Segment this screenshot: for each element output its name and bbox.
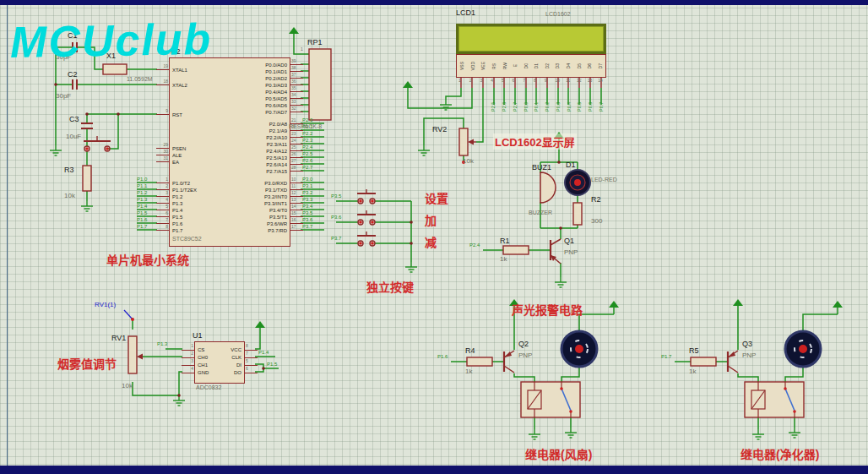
pin-stub xyxy=(156,84,169,85)
pin-name: P1.0/T2 xyxy=(172,181,190,186)
netcol-p3: P3.0P3.1P3.2P3.3P3.4P3.5P3.6P3.7 xyxy=(302,176,328,230)
pin-row: 14P3.4/T0 xyxy=(231,207,290,214)
pin-name: P3.6/WR xyxy=(267,221,287,226)
mcu-ctrl-pins: 29PSEN30ALE31EA xyxy=(170,145,229,166)
pin-name: CH1 xyxy=(198,362,208,368)
lcd-pin-labels[interactable]: VSSVDDVEERSRWED0D1D2D3D4D5D6D7 xyxy=(456,54,606,78)
pin-name: P2.5/A13 xyxy=(266,155,287,161)
pin-name: PSEN xyxy=(172,146,186,151)
pin-name: P2.7/A15 xyxy=(266,169,287,174)
pin-number: 4 xyxy=(155,197,168,202)
capacitor-c3-symbol[interactable] xyxy=(81,123,93,128)
pin-row: 36P0.3/AD3 xyxy=(231,82,290,89)
mcu-p2-pins: 21P2.0/A822P2.1/A923P2.2/A1024P2.3/A1125… xyxy=(231,121,290,175)
buz1-ref: BUZ1 xyxy=(532,163,551,172)
potentiometer-rv2-symbol[interactable] xyxy=(459,128,476,155)
mcu-title: 单片机最小系统 xyxy=(106,251,189,268)
pin-number: 2 xyxy=(181,351,193,356)
voltage-probe[interactable] xyxy=(124,310,133,319)
lcd-part: LCD1602 xyxy=(545,11,571,17)
resistor-r1-symbol[interactable] xyxy=(503,246,529,254)
lcd-ref: LCD1 xyxy=(456,8,475,17)
lcd-pin-name: VDD xyxy=(468,55,479,77)
pin-number: 35 xyxy=(291,85,304,90)
lcd-pin-name: VSS xyxy=(457,55,468,77)
net-label: P1.1 xyxy=(137,183,157,189)
led-d1-symbol[interactable] xyxy=(565,170,590,195)
lcd-pin-name: D2 xyxy=(542,55,553,77)
net-label: P1.4 xyxy=(137,203,157,210)
r1-value: 1k xyxy=(500,255,507,263)
net-label: P0.1 xyxy=(531,90,542,112)
net-label: P2.0 xyxy=(302,117,328,123)
pin-name: RST xyxy=(172,112,182,117)
rv2-ref: RV2 xyxy=(432,125,447,133)
pin-row: 5P1.4 xyxy=(170,207,229,214)
q2-ref: Q2 xyxy=(518,340,529,348)
pin-name: P3.4/T0 xyxy=(269,208,287,213)
pin-row: 8VCC xyxy=(219,346,244,354)
r3-value: 10k xyxy=(64,192,75,199)
capacitor-c2-symbol[interactable] xyxy=(73,79,77,90)
pin-name: P2.1/A9 xyxy=(269,128,287,133)
buz1-part: BUZZER xyxy=(529,210,552,215)
c2-value: 30pF xyxy=(56,92,71,100)
resistor-r4-symbol[interactable] xyxy=(467,357,492,366)
transistor-q2-symbol[interactable] xyxy=(504,351,514,373)
push-buttons-symbols[interactable] xyxy=(357,189,376,246)
pin-name: P0.3/AD3 xyxy=(265,83,287,88)
net-label: P0.2 xyxy=(542,90,553,112)
buzzer-symbol[interactable] xyxy=(540,172,556,203)
pin-name: P0.2/AD2 xyxy=(265,76,287,81)
resistor-r3-symbol[interactable] xyxy=(83,166,91,191)
pin-stub xyxy=(290,230,303,231)
respack-rp1-symbol[interactable] xyxy=(309,49,331,120)
r3-ref: R3 xyxy=(64,166,74,174)
pin-name: GND xyxy=(198,370,209,375)
resistor-r2-symbol[interactable] xyxy=(573,203,582,225)
lcd-pin-name: VEE xyxy=(478,55,489,77)
pin-row: 12P3.2/INT0 xyxy=(231,193,290,200)
pin-name: P1.3 xyxy=(172,201,182,206)
transistor-q1-symbol[interactable] xyxy=(551,239,561,264)
pin-name: ALE xyxy=(172,153,182,158)
net-label: P2.2 xyxy=(302,130,328,137)
pin-stub xyxy=(156,230,169,231)
pin-row: 27P2.6/A14 xyxy=(231,161,290,168)
rv2-value: 10k xyxy=(463,157,474,165)
pin-number: 8 xyxy=(246,343,258,348)
pin-row: 32P0.7/AD7 xyxy=(231,109,290,116)
resistor-r5-symbol[interactable] xyxy=(691,357,716,366)
mcu-chip-body[interactable]: 19XTAL118XTAL2 9RST 29PSEN30ALE31EA 1P1.… xyxy=(169,57,290,247)
purifier-motor-symbol[interactable] xyxy=(785,331,821,367)
potentiometer-rv1-symbol[interactable] xyxy=(128,336,143,373)
adc-chip-body[interactable]: 1CS2CH03CH14GND 8VCC7CLK5DI6DO xyxy=(194,341,245,384)
pin-name: P0.1/AD1 xyxy=(265,69,287,74)
pin-row: 4GND xyxy=(195,369,220,377)
lcd-screen[interactable] xyxy=(456,24,606,54)
rp1-pin1-number: 1 xyxy=(301,46,303,52)
lcd-net-labels: P2.5P2.6P2.7P0.0P0.1P0.2P0.3P0.4P0.5P0.6… xyxy=(488,90,606,112)
lcd-pin-number: 8 xyxy=(531,78,542,84)
rv1-value: 10k xyxy=(122,382,133,390)
pin-stub xyxy=(156,161,169,162)
transistor-q3-symbol[interactable] xyxy=(728,351,738,373)
pin-name: P3.0/RXD xyxy=(264,181,287,186)
fan-motor-symbol[interactable] xyxy=(561,331,597,367)
pin-number: 8 xyxy=(155,224,168,229)
pin-number: 34 xyxy=(291,92,304,97)
pin-name: XTAL2 xyxy=(172,83,187,88)
pin-name: P2.0/A8 xyxy=(269,122,287,127)
net-label: P3.6 xyxy=(331,213,353,234)
rp1-ref: RP1 xyxy=(307,38,323,46)
pin-number: 1 xyxy=(181,343,193,348)
lcd-pin-name: D4 xyxy=(563,55,574,77)
net-label: P3.5 xyxy=(331,192,353,213)
button-function-label: 设置 xyxy=(425,193,448,215)
pin-stub xyxy=(245,373,258,373)
pin-name: CS xyxy=(198,347,204,352)
pin-row: 21P2.0/A8 xyxy=(231,121,290,128)
pin-number: 33 xyxy=(291,99,304,104)
net-label: P3.4 xyxy=(302,203,328,210)
lcd-pin-name: D7 xyxy=(595,55,606,77)
